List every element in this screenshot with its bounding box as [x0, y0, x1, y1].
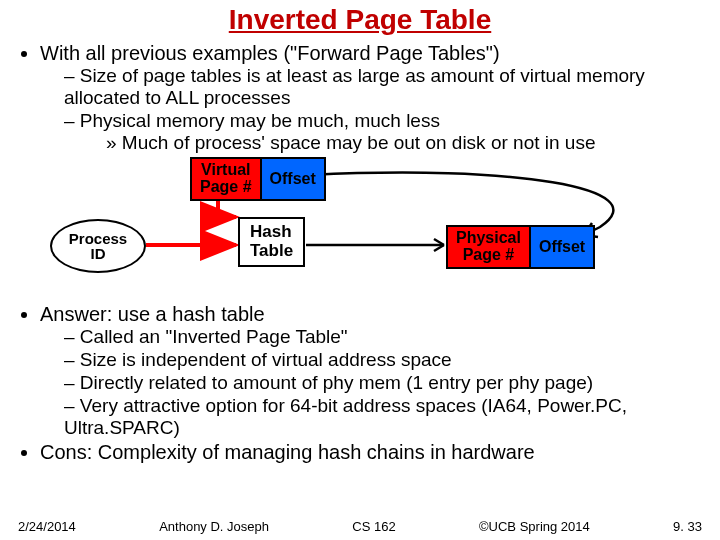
footer-page: 9. 33 — [673, 519, 702, 534]
bullet-l2: Directly related to amount of phy mem (1… — [64, 372, 702, 394]
bullet-l2: Very attractive option for 64-bit addres… — [64, 395, 702, 439]
bullet-l2: Size is independent of virtual address s… — [64, 349, 702, 371]
footer-author: Anthony D. Joseph — [159, 519, 269, 534]
virtual-address-box: Virtual Page # Offset — [190, 157, 326, 201]
hash-table-box: Hash Table — [238, 217, 305, 266]
bullet-text: Answer: use a hash table — [40, 303, 265, 325]
bullet-text: Physical memory may be much, much less — [80, 110, 440, 131]
footer: 2/24/2014 Anthony D. Joseph CS 162 ©UCB … — [0, 519, 720, 534]
bullet-l2: Physical memory may be much, much less M… — [64, 110, 702, 154]
bullet-l1: With all previous examples ("Forward Pag… — [40, 42, 702, 153]
bullet-l3: Much of process' space may be out on dis… — [106, 132, 702, 154]
offset-cell: Offset — [262, 159, 324, 199]
slide: Inverted Page Table With all previous ex… — [0, 0, 720, 540]
bullet-sublist: Called an "Inverted Page Table" Size is … — [40, 326, 702, 438]
physical-page-cell: Physical Page # — [448, 227, 531, 267]
virtual-page-cell: Virtual Page # — [192, 159, 262, 199]
offset-cell-2: Offset — [531, 227, 593, 267]
bullet-sublist: Size of page tables is at least as large… — [40, 65, 702, 153]
bullet-sub-sublist: Much of process' space may be out on dis… — [64, 132, 702, 154]
bullet-l2: Size of page tables is at least as large… — [64, 65, 702, 109]
footer-course: CS 162 — [352, 519, 395, 534]
footer-date: 2/24/2014 — [18, 519, 76, 534]
bullet-l1: Cons: Complexity of managing hash chains… — [40, 441, 702, 464]
bullet-l1: Answer: use a hash table Called an "Inve… — [40, 303, 702, 438]
process-id-node: Process ID — [50, 219, 146, 273]
physical-address-box: Physical Page # Offset — [446, 225, 595, 269]
bullet-text: With all previous examples ("Forward Pag… — [40, 42, 500, 64]
bullet-list-bottom: Answer: use a hash table Called an "Inve… — [18, 303, 702, 463]
footer-copyright: ©UCB Spring 2014 — [479, 519, 590, 534]
bullet-l2: Called an "Inverted Page Table" — [64, 326, 702, 348]
bullet-list-top: With all previous examples ("Forward Pag… — [18, 42, 702, 153]
slide-title: Inverted Page Table — [18, 4, 702, 36]
diagram: Process ID Virtual Page # Offset Hash Ta… — [40, 157, 680, 297]
process-id-label: Process ID — [69, 231, 127, 263]
